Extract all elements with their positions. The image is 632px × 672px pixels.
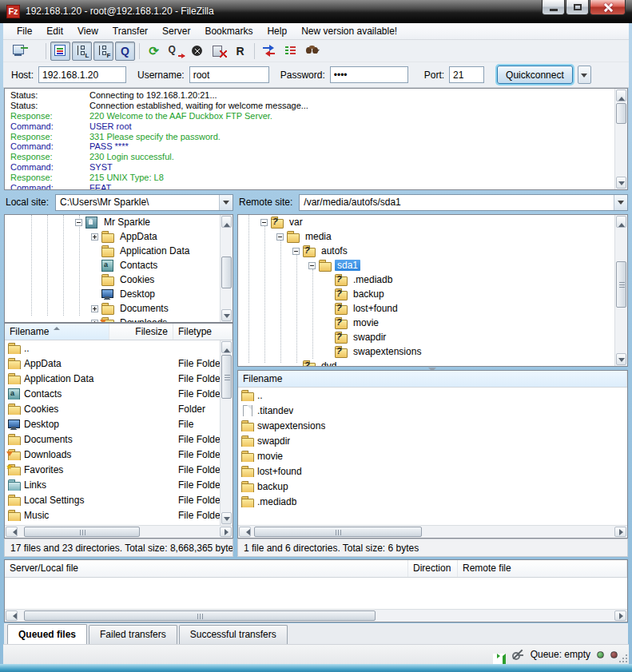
site-manager-button[interactable] [9, 42, 29, 61]
close-button[interactable] [590, 0, 626, 15]
password-input[interactable] [330, 66, 408, 83]
expand-expander[interactable] [91, 305, 98, 312]
column-header-filesize[interactable]: Filesize [109, 324, 173, 340]
scroll-up-button[interactable] [221, 341, 232, 353]
combo-dropdown-button[interactable] [614, 195, 627, 210]
local-site-combobox[interactable]: C:\Users\Mr Sparkle\ [55, 194, 233, 211]
file-row[interactable]: FavoritesFile Folder [5, 462, 233, 477]
menu-item-bookmarks[interactable]: Bookmarks [197, 24, 260, 38]
local-list-hscrollbar[interactable] [5, 525, 233, 538]
maximize-button[interactable] [566, 0, 589, 15]
file-row[interactable]: swapextensions [238, 418, 627, 433]
collapse-expander[interactable] [292, 248, 300, 255]
scroll-down-button[interactable] [221, 309, 232, 321]
process-queue-button[interactable]: Q [165, 42, 185, 61]
remote-list-hscrollbar[interactable] [238, 525, 627, 538]
file-row[interactable]: DocumentsFile Folder [5, 431, 233, 447]
scroll-thumb[interactable] [254, 527, 422, 537]
username-input[interactable] [189, 66, 269, 83]
cancel-button[interactable] [187, 42, 207, 61]
tree-item-desktop[interactable]: Desktop [5, 287, 233, 301]
site-manager-dropdown-button[interactable] [30, 42, 42, 61]
tree-item-appdata[interactable]: AppData [5, 229, 233, 244]
collapse-expander[interactable] [308, 262, 316, 269]
transfer-queue[interactable]: Server/Local file Direction Remote file [4, 559, 628, 622]
scroll-right-button[interactable] [614, 610, 626, 621]
file-row[interactable]: .mediadb [238, 494, 627, 509]
find-files-button[interactable] [302, 42, 322, 61]
port-input[interactable] [449, 66, 484, 83]
column-header-filename[interactable]: Filename [238, 371, 627, 387]
file-row[interactable]: DownloadsFile Folder [5, 447, 233, 462]
file-row[interactable]: CookiesFolder [5, 401, 233, 416]
remote-tree-scrollbar[interactable] [614, 215, 627, 366]
column-header-remote-file[interactable]: Remote file [458, 560, 627, 577]
scroll-down-button[interactable] [616, 353, 626, 365]
file-row[interactable]: swapdir [238, 433, 627, 448]
titlebar[interactable]: Fz 192.168.1.20 - root@192.168.1.20 - Fi… [0, 0, 632, 23]
scroll-thumb[interactable] [221, 256, 232, 288]
host-input[interactable] [38, 66, 126, 83]
collapse-expander[interactable] [276, 233, 284, 241]
scroll-right-button[interactable] [614, 527, 626, 537]
tab-successful-transfers[interactable]: Successful transfers [179, 625, 288, 644]
tree-item-cookies[interactable]: Cookies [5, 272, 233, 287]
tree-item-media[interactable]: media [238, 229, 627, 244]
tab-failed-transfers[interactable]: Failed transfers [89, 625, 177, 644]
refresh-button[interactable]: ⟳ [144, 42, 164, 61]
menu-item-edit[interactable]: Edit [39, 24, 70, 38]
tree-item-downloads[interactable]: Downloads [5, 316, 233, 323]
scroll-left-button[interactable] [239, 527, 251, 537]
collapse-expander[interactable] [75, 219, 82, 226]
toggle-queue-button[interactable]: Q [115, 42, 135, 61]
scroll-up-button[interactable] [616, 216, 626, 228]
file-row[interactable]: movie [238, 448, 627, 463]
resize-grip[interactable] [618, 653, 628, 663]
tree-item-contacts[interactable]: Contacts [5, 258, 233, 272]
tab-queued-files[interactable]: Queued files [7, 624, 87, 644]
local-file-list[interactable]: Filename Filesize Filetype .. AppDataFil… [4, 323, 233, 539]
file-row[interactable]: AppDataFile Folder [5, 356, 233, 371]
scroll-left-button[interactable] [6, 527, 18, 537]
local-tree-scrollbar[interactable] [220, 215, 233, 322]
scroll-thumb[interactable] [221, 355, 232, 399]
tree-item-documents[interactable]: Documents [5, 301, 233, 316]
directory-comparison-button[interactable] [259, 42, 279, 61]
tree-item-application-data[interactable]: Application Data [5, 244, 233, 258]
remote-file-list[interactable]: Filename .. .titandev swapextensions swa… [237, 370, 628, 539]
log-scrollbar[interactable] [614, 89, 627, 189]
toggle-remote-tree-button[interactable]: F [93, 42, 113, 61]
file-row[interactable]: lost+found [238, 463, 627, 479]
local-directory-tree[interactable]: Mr Sparkle AppData Application Data Cont… [4, 214, 233, 323]
column-header-direction[interactable]: Direction [408, 560, 458, 577]
file-row[interactable]: LinksFile Folder [5, 477, 233, 492]
file-row[interactable]: backup [238, 479, 627, 494]
disconnect-button[interactable] [209, 42, 229, 61]
tree-item-mr-sparkle[interactable]: Mr Sparkle [5, 215, 233, 229]
file-row[interactable]: Local SettingsFile Folder [5, 492, 233, 507]
scroll-up-button[interactable] [616, 89, 626, 101]
column-header-server-local-file[interactable]: Server/Local file [5, 560, 408, 577]
menu-item-help[interactable]: Help [260, 24, 294, 38]
menu-item-server[interactable]: Server [155, 24, 197, 38]
scroll-right-button[interactable] [220, 527, 232, 537]
scroll-left-button[interactable] [6, 610, 18, 621]
menu-item-file[interactable]: File [10, 24, 39, 38]
file-row[interactable]: ContactsFile Folder [5, 386, 233, 401]
scroll-down-button[interactable] [221, 512, 232, 524]
menu-item-view[interactable]: View [70, 24, 105, 38]
collapse-expander[interactable] [260, 219, 268, 226]
quickconnect-button[interactable]: Quickconnect [497, 66, 573, 84]
file-row[interactable]: MusicFile Folder [5, 507, 233, 523]
local-list-scrollbar[interactable] [220, 340, 233, 525]
scroll-thumb[interactable] [616, 103, 626, 124]
file-row[interactable]: .. [5, 340, 233, 356]
quickconnect-dropdown-button[interactable] [578, 66, 591, 84]
column-header-filetype[interactable]: Filetype [173, 324, 233, 340]
remote-site-combobox[interactable]: /var/media/autofs/sda1 [299, 194, 628, 211]
menu-item-transfer[interactable]: Transfer [105, 24, 155, 38]
reconnect-button[interactable]: R [230, 42, 250, 61]
remote-directory-tree[interactable]: var media autofs sda1 .mediadb backup lo… [237, 214, 628, 367]
menu-item-new-version[interactable]: New version available! [294, 24, 404, 38]
column-header-filename[interactable]: Filename [5, 324, 109, 340]
